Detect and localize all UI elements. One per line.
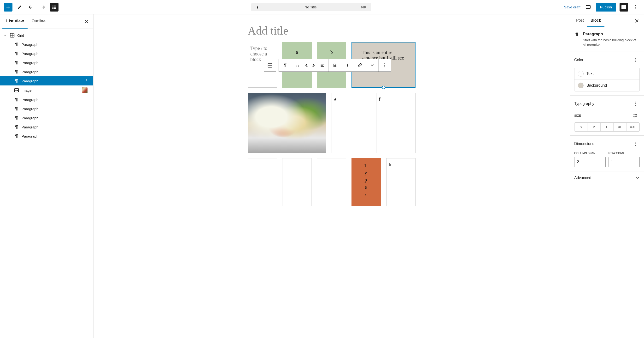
typography-heading: Typography [574,102,594,106]
paragraph-icon [574,32,580,38]
svg-point-32 [384,65,385,66]
grid-cell-empty[interactable] [282,158,312,206]
column-span-input[interactable] [574,157,606,167]
resize-handle-bottom[interactable] [382,86,385,89]
publish-button[interactable]: Publish [596,3,616,12]
svg-rect-1 [54,6,56,6]
font-size-l[interactable]: L [600,123,614,131]
grid-cell-empty[interactable] [317,158,346,206]
post-title-input[interactable]: Add title [248,24,416,37]
tree-label: Grid [17,33,24,38]
tab-list-view[interactable]: List View [2,15,28,29]
tree-item-options-button[interactable] [84,79,88,84]
row-span-label: ROW SPAN [608,151,640,155]
feather-icon [256,5,260,9]
tree-label: Paragraph [22,61,38,65]
orange-cell-text: T y p e / [364,163,368,197]
background-color-button[interactable]: Background [574,79,640,91]
bold-button[interactable]: B [329,59,341,72]
paragraph-icon [14,78,19,84]
tree-item-paragraph[interactable]: Paragraph [0,113,93,122]
font-size-s[interactable]: S [574,123,588,131]
tree-item-paragraph[interactable]: Paragraph [0,104,93,113]
svg-rect-2 [52,7,53,8]
link-button[interactable] [354,59,366,72]
paragraph-icon [14,60,19,65]
tree-item-grid[interactable]: Grid [0,31,93,40]
text-color-button[interactable]: Text [574,68,640,79]
select-grid-button[interactable] [264,59,276,72]
align-button[interactable] [316,59,329,72]
paragraph-icon [14,69,19,74]
tree-item-image[interactable]: Image [0,85,93,95]
move-arrows-button[interactable] [304,59,316,72]
grid-cell-e[interactable]: e [332,93,371,153]
more-rich-text-button[interactable] [366,59,378,72]
more-vertical-icon [382,63,388,68]
advanced-label: Advanced [574,176,591,180]
tree-item-paragraph[interactable]: Paragraph [0,76,93,85]
block-options-button[interactable] [378,59,391,72]
image-block[interactable] [248,93,326,153]
paragraph-icon [14,115,19,120]
settings-panel: Post Block Paragraph Start with the basi… [570,15,644,338]
block-description: Start with the basic building block of a… [583,38,640,47]
tree-item-paragraph[interactable]: Paragraph [0,40,93,49]
tree-item-paragraph[interactable]: Paragraph [0,67,93,76]
close-settings-button[interactable] [632,17,641,25]
column-span-label: COLUMN SPAN [574,151,606,155]
toolbar-right-group: Save draft Publish [564,3,640,12]
undo-button[interactable] [27,3,36,12]
grid-cell-empty[interactable] [248,158,277,206]
tab-outline[interactable]: Outline [28,15,50,29]
font-size-xxl[interactable]: XXL [627,123,640,131]
svg-point-24 [296,65,297,66]
row-span-input[interactable] [608,157,640,167]
edit-tool-button[interactable] [15,3,24,12]
tab-post[interactable]: Post [573,15,587,27]
settings-sidebar-toggle[interactable] [620,3,628,12]
advanced-panel-toggle[interactable]: Advanced [570,171,644,184]
tree-label: Paragraph [22,43,38,47]
font-size-m[interactable]: M [588,123,600,131]
svg-point-25 [298,65,298,66]
add-block-button[interactable] [4,3,12,12]
tree-item-paragraph[interactable]: Paragraph [0,49,93,58]
editor-canvas[interactable]: Add title Type / to choose a block a b T… [94,15,570,338]
dimensions-options-button[interactable] [631,139,640,148]
svg-point-11 [635,9,636,9]
color-options-button[interactable] [631,56,640,64]
tree-item-paragraph[interactable]: Paragraph [0,58,93,67]
document-overview-button[interactable] [50,3,58,12]
tree-item-paragraph[interactable]: Paragraph [0,95,93,104]
svg-rect-3 [54,7,56,8]
link-icon [357,63,362,68]
tree-item-paragraph[interactable]: Paragraph [0,131,93,141]
tree-item-paragraph[interactable]: Paragraph [0,122,93,131]
italic-button[interactable]: I [341,59,354,72]
svg-point-33 [384,67,385,67]
background-color-label: Background [586,83,607,88]
svg-point-36 [635,61,636,62]
drag-handle[interactable] [291,59,304,72]
typography-options-button[interactable] [631,99,640,108]
svg-rect-7 [622,5,626,9]
svg-point-16 [86,80,86,81]
block-type-button[interactable] [279,59,291,72]
custom-size-toggle[interactable] [631,111,640,120]
save-draft-button[interactable]: Save draft [564,5,580,9]
grid-cell-f[interactable]: f [376,93,416,153]
paragraph-icon [14,133,19,139]
svg-point-41 [634,116,635,117]
preview-button[interactable] [584,3,592,12]
grid-cell-orange[interactable]: T y p e / [352,158,381,206]
tree-label: Paragraph [22,107,38,111]
svg-point-23 [298,64,298,64]
document-title-button[interactable]: No Title ⌘K [251,3,371,11]
grid-cell-h[interactable]: h [386,158,416,206]
tab-block[interactable]: Block [587,15,604,27]
redo-button[interactable] [38,3,47,12]
close-list-view-button[interactable] [82,17,91,26]
font-size-xl[interactable]: XL [614,123,626,131]
options-menu-button[interactable] [632,3,640,12]
